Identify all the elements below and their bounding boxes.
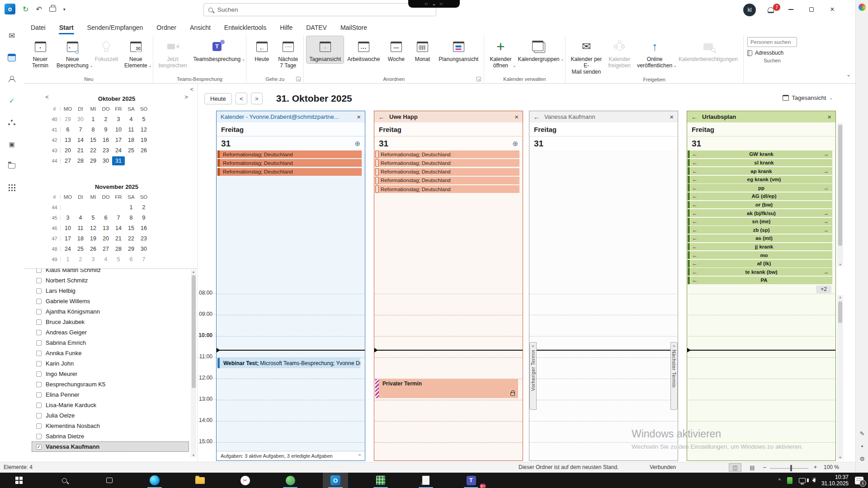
calendar-checkbox[interactable]: ✓ [36, 371, 42, 377]
scroll-up-icon[interactable]: ▲ [191, 270, 196, 273]
mini-calendar-day[interactable]: 7 [112, 213, 125, 222]
network-icon[interactable] [799, 478, 806, 483]
mini-calendar-day[interactable]: 31 [112, 156, 125, 165]
mini-calendar-day[interactable]: 30 [137, 244, 150, 253]
mini-calendar-day[interactable]: 10 [112, 125, 125, 134]
more-events-badge[interactable]: +2 [816, 286, 831, 293]
vacation-event[interactable]: ← eg krank (vm) → [688, 176, 832, 183]
minimize-button[interactable] [780, 0, 801, 19]
archive-nav-icon[interactable]: ▣ [0, 136, 24, 152]
next-day-button[interactable]: > [251, 93, 263, 104]
holiday-event[interactable]: Reformationstag; Deutschland [375, 185, 519, 193]
calendar-person-item[interactable]: ✓ Annika Funke [32, 348, 189, 358]
mini-calendar-day[interactable]: 2 [99, 115, 112, 124]
vacation-event[interactable]: ← AG (dl/ep) → [688, 192, 832, 200]
send-receive-icon[interactable]: ↻ [23, 5, 28, 14]
mini-calendar-day[interactable]: 7 [137, 255, 150, 264]
calendar-person-item[interactable]: ✓ Sabrina Emrich [32, 338, 189, 348]
taskbar-search-button[interactable] [52, 473, 77, 488]
mini-calendar-day[interactable]: 23 [137, 234, 150, 243]
mini-calendar-day[interactable]: 22 [125, 234, 137, 243]
close-button[interactable]: × [822, 0, 843, 19]
ribbon-button[interactable]: Online veröffentlichen⌄ [634, 36, 675, 70]
mini-calendar-day[interactable]: 6 [99, 213, 112, 222]
vacation-event[interactable]: ← sl krank → [688, 159, 832, 167]
vacation-event[interactable]: ← PA → [688, 277, 832, 284]
vacation-event[interactable]: ← mo → [688, 251, 832, 259]
vacation-event[interactable]: ← GW krank → [688, 150, 832, 158]
back-arrow-icon[interactable]: ← [533, 113, 540, 121]
task-view-button[interactable] [97, 473, 122, 488]
ribbon-tab[interactable]: Hilfe [274, 21, 298, 34]
vacation-event[interactable]: ← zb (sp) → [688, 226, 832, 234]
outlook-taskbar-icon[interactable]: O [323, 473, 348, 488]
previous-day-button[interactable]: < [236, 93, 247, 104]
ribbon-tab[interactable]: MailStore [335, 21, 373, 34]
calendar-column-header[interactable]: Kalender - Yvonne.Drabent@schmitzpartne.… [217, 111, 365, 122]
account-avatar[interactable]: kl [743, 4, 756, 16]
mini-calendar-day[interactable]: 5 [137, 115, 150, 124]
mini-calendar-day[interactable]: 6 [125, 255, 137, 264]
next-appointment-tab[interactable]: > Nächster Termin [670, 342, 678, 410]
calendar-checkbox[interactable]: ✓ [36, 444, 42, 450]
mini-calendar-day[interactable]: 15 [125, 224, 137, 233]
mini-calendar-day[interactable]: 18 [125, 136, 137, 145]
mini-calendar-day[interactable]: 9 [137, 213, 150, 222]
notifications-bell[interactable]: 7 [768, 5, 778, 15]
mini-calendar-day[interactable]: 8 [87, 125, 99, 134]
mini-calendar-day[interactable] [112, 203, 125, 212]
vacation-event[interactable]: ← af (lk) → [688, 260, 832, 267]
mini-calendar-day[interactable]: 19 [137, 136, 150, 145]
calendar-checkbox[interactable]: ✓ [36, 269, 42, 273]
mail-nav-icon[interactable]: ✉ [0, 28, 24, 43]
holiday-event[interactable]: Reformationstag; Deutschland [375, 150, 519, 158]
mini-calendar-day[interactable]: 26 [87, 244, 99, 253]
address-book-button[interactable]: Adressbuch [747, 50, 797, 56]
calendar-person-item[interactable]: ✓ Karin John [32, 358, 189, 369]
calendar-person-item[interactable]: ✓ Ajantha Königsmann [32, 306, 189, 317]
calendar-checkbox[interactable]: ✓ [36, 423, 42, 429]
calendar-checkbox[interactable]: ✓ [36, 361, 42, 366]
mini-calendar-day[interactable]: 12 [87, 224, 99, 233]
calendar-person-item[interactable]: ✓ Bruce Jakubek [32, 317, 189, 327]
vacation-event[interactable]: ← ap krank → [688, 167, 832, 175]
mini-calendar-day[interactable]: 24 [61, 244, 74, 253]
mini-calendar-day[interactable] [61, 203, 74, 212]
add-event-pin-icon[interactable]: ⊕ [354, 140, 360, 148]
mini-calendar-day[interactable] [99, 203, 112, 212]
mini-calendar-day[interactable]: 7 [74, 125, 87, 134]
mini-calendar-day[interactable]: 29 [61, 115, 74, 124]
datev-taskbar-icon[interactable] [368, 473, 393, 488]
calendar-checkbox[interactable]: ✓ [36, 330, 42, 335]
ribbon-button[interactable]: Tagesansicht⌄ [307, 36, 344, 63]
browser-sidebar-icon[interactable] [859, 4, 866, 11]
customize-qat-chevron-icon[interactable]: ▾ [63, 7, 66, 12]
calendar-checkbox[interactable]: ✓ [36, 403, 42, 408]
ribbon-button[interactable]: Planungsansicht⌄ [436, 36, 481, 63]
mini-calendar-day[interactable]: 30 [99, 156, 112, 165]
holiday-event[interactable]: Reformationstag; Deutschland [217, 168, 362, 176]
calendar-person-item[interactable]: ✓ Ingo Meurer [32, 369, 189, 379]
calendar-column-header[interactable]: ← Uwe Happ × [374, 111, 523, 122]
vacation-event[interactable]: ← ak (bj/fk/su) → [688, 209, 832, 217]
ribbon-button[interactable]: Neuer Termin⌄ [28, 36, 53, 70]
mini-calendar-day[interactable]: 23 [99, 146, 112, 155]
ribbon-button[interactable]: Kalender per E-Mail senden⌄ [568, 36, 605, 76]
mini-calendar-day[interactable]: 1 [61, 255, 74, 264]
vacation-event[interactable]: ← as (mt) → [688, 235, 832, 242]
holiday-event[interactable]: Reformationstag; Deutschland [217, 159, 362, 167]
mini-calendar-day[interactable]: 21 [112, 234, 125, 243]
sharing-collapse-chevron-icon[interactable]: ⌄ [432, 1, 436, 6]
mini-calendar-day[interactable]: 8 [125, 213, 137, 222]
todo-nav-icon[interactable]: ✓ [0, 93, 24, 108]
search-input[interactable] [217, 6, 431, 13]
undo-icon[interactable]: ↶ [36, 5, 42, 14]
maximize-button[interactable] [801, 0, 822, 19]
edge-taskbar-icon[interactable] [142, 473, 167, 488]
view-selector[interactable]: Tagesansicht ⌄ [783, 94, 833, 101]
people-nav-icon[interactable] [0, 71, 24, 87]
reading-view-icon[interactable]: ▤ [746, 463, 759, 472]
calendar-checkbox[interactable]: ✓ [36, 278, 42, 283]
close-calendar-icon[interactable]: × [357, 113, 361, 121]
calendar-nav-icon[interactable] [0, 50, 24, 65]
